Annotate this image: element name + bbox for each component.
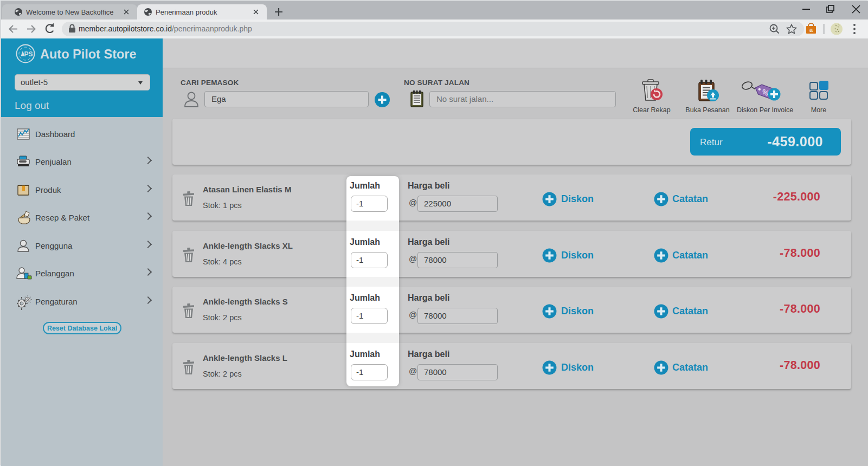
svg-text:a: a bbox=[809, 27, 813, 33]
svg-text:PS: PS bbox=[24, 50, 33, 58]
